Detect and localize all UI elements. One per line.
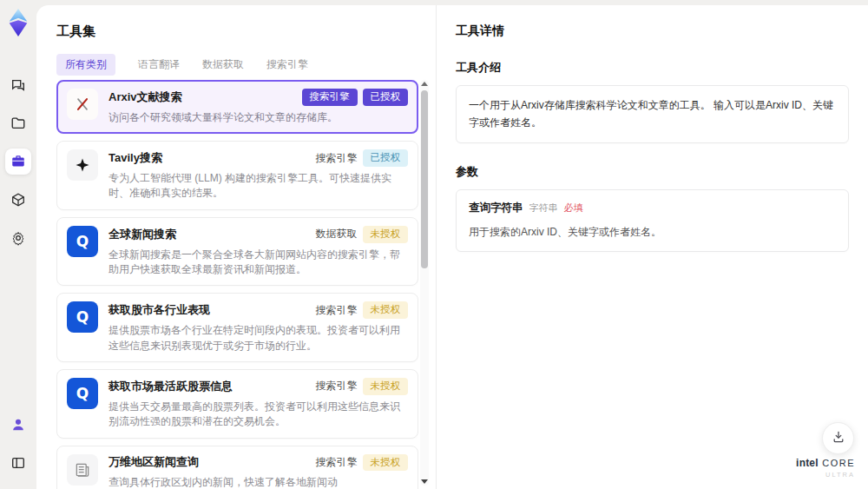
tool-description: 查询具体行政区划内的新闻，快速了解各地新闻动 xyxy=(108,475,408,489)
parameter-header: 查询字符串 字符串 必填 xyxy=(469,201,836,215)
sidebar-collapse-icon xyxy=(10,455,26,471)
sidebar-item-packages[interactable] xyxy=(5,187,31,213)
tool-card[interactable]: 万维地区新闻查询 搜索引擎 未授权 查询具体行政区划内的新闻，快速了解各地新闻动 xyxy=(56,446,418,489)
tool-status-badge: 已授权 xyxy=(363,89,409,106)
tool-card[interactable]: Q 获取股市各行业表现 搜索引擎 未授权 提供股票市场各个行业在特定时间段内的表… xyxy=(56,293,418,362)
parameter-card: 查询字符串 字符串 必填 用于搜索的Arxiv ID、关键字或作者姓名。 xyxy=(456,189,849,252)
tool-description: 提供股票市场各个行业在特定时间段内的表现。投资者可以利用这些信息来识别表现优于或… xyxy=(108,323,408,354)
sidebar-item-tools[interactable] xyxy=(5,149,31,175)
tool-name: Arxiv文献搜索 xyxy=(108,89,182,105)
download-button[interactable] xyxy=(822,422,854,454)
tool-name: 万维地区新闻查询 xyxy=(108,454,199,470)
category-tabs: 所有类别语言翻译数据获取搜索引擎 xyxy=(56,54,436,76)
news-q-icon: Q xyxy=(67,378,98,409)
intel-wordmark: intel xyxy=(796,457,819,469)
gear-icon xyxy=(10,230,26,246)
tool-description-box: 一个用于从Arxiv存储库搜索科学论文和文章的工具。 输入可以是Arxiv ID… xyxy=(456,85,849,143)
tool-category-badge: 搜索引擎 xyxy=(302,89,358,106)
cube-icon xyxy=(10,192,26,208)
intel-core-logo: intel core ultra xyxy=(796,454,855,479)
app-logo[interactable] xyxy=(6,9,30,36)
parameter-name: 查询字符串 xyxy=(469,201,523,215)
scroll-up-arrow[interactable] xyxy=(421,82,428,86)
sidebar xyxy=(0,0,36,489)
user-icon xyxy=(10,417,26,433)
tool-details-panel: 工具详情 工具介绍 一个用于从Arxiv存储库搜索科学论文和文章的工具。 输入可… xyxy=(436,5,868,489)
tool-category-badge: 搜索引擎 xyxy=(316,379,358,393)
folder-icon xyxy=(10,116,26,131)
parameter-type: 字符串 xyxy=(529,202,558,215)
tab-category-1[interactable]: 语言翻译 xyxy=(138,54,180,76)
tool-status-badge: 未授权 xyxy=(363,226,409,243)
sidebar-item-settings[interactable] xyxy=(5,225,31,251)
tool-name: 获取市场最活跃股票信息 xyxy=(108,379,233,394)
newspaper-icon xyxy=(67,454,98,486)
tool-description: 提供当天交易量最高的股票列表。投资者可以利用这些信息来识别流动性强的股票和潜在的… xyxy=(108,400,408,430)
tab-category-3[interactable]: 搜索引擎 xyxy=(266,54,308,76)
scroll-down-arrow[interactable] xyxy=(421,479,428,484)
intel-core-subtext: ultra xyxy=(796,472,855,479)
tool-category-badge: 搜索引擎 xyxy=(316,151,358,166)
user-avatar-icon[interactable] xyxy=(5,412,31,438)
core-wordmark: core xyxy=(822,458,855,468)
news-q-icon: Q xyxy=(67,301,98,333)
tab-category-2[interactable]: 数据获取 xyxy=(202,54,244,76)
tool-card[interactable]: Q 获取市场最活跃股票信息 搜索引擎 未授权 提供当天交易量最高的股票列表。投资… xyxy=(56,369,418,439)
app-root: 工具集 所有类别语言翻译数据获取搜索引擎 Arxiv文献搜索 搜索引擎 已授权 … xyxy=(0,0,868,489)
chat-icon xyxy=(10,77,26,93)
page-title: 工具集 xyxy=(56,23,436,40)
tool-card[interactable]: Arxiv文献搜索 搜索引擎 已授权 访问各个研究领域大量科学论文和文章的存储库… xyxy=(56,80,418,134)
tool-status-badge: 未授权 xyxy=(363,301,409,319)
panel-toggle-icon[interactable] xyxy=(5,450,31,476)
tool-name: 全球新闻搜索 xyxy=(108,227,176,242)
details-title: 工具详情 xyxy=(456,23,849,39)
tool-description: 专为人工智能代理 (LLM) 构建的搜索引擎工具。可快速提供实时、准确和真实的结… xyxy=(108,171,408,202)
news-q-icon: Q xyxy=(67,226,98,257)
parameter-required-badge: 必填 xyxy=(564,202,583,215)
tool-card[interactable]: Tavily搜索 搜索引擎 已授权 专为人工智能代理 (LLM) 构建的搜索引擎… xyxy=(56,141,418,210)
sidebar-item-files[interactable] xyxy=(5,110,31,136)
intro-heading: 工具介绍 xyxy=(456,60,849,76)
parameter-description: 用于搜索的Arxiv ID、关键字或作者姓名。 xyxy=(469,223,836,241)
scrollbar-thumb[interactable] xyxy=(421,90,428,268)
tool-collection-panel: 工具集 所有类别语言翻译数据获取搜索引擎 Arxiv文献搜索 搜索引擎 已授权 … xyxy=(36,5,436,489)
tool-description-text: 一个用于从Arxiv存储库搜索科学论文和文章的工具。 输入可以是Arxiv ID… xyxy=(469,96,836,132)
tool-card[interactable]: Q 全球新闻搜索 数据获取 未授权 全球新闻搜索是一个聚合全球各大新闻网站内容的… xyxy=(56,217,418,287)
arxiv-icon xyxy=(67,89,98,120)
download-icon xyxy=(832,430,845,446)
sparkle-icon xyxy=(67,149,98,181)
tool-list: Arxiv文献搜索 搜索引擎 已授权 访问各个研究领域大量科学论文和文章的存储库… xyxy=(56,80,418,489)
tool-status-badge: 未授权 xyxy=(363,378,409,395)
tool-list-scrollbar[interactable] xyxy=(420,80,429,486)
tool-status-badge: 未授权 xyxy=(363,454,409,472)
tool-category-badge: 搜索引擎 xyxy=(316,303,358,318)
tool-name: Tavily搜索 xyxy=(108,150,162,166)
briefcase-icon xyxy=(10,154,26,169)
main-content: 工具集 所有类别语言翻译数据获取搜索引擎 Arxiv文献搜索 搜索引擎 已授权 … xyxy=(36,5,868,489)
tool-name: 获取股市各行业表现 xyxy=(108,302,210,318)
tool-description: 访问各个研究领域大量科学论文和文章的存储库。 xyxy=(108,110,408,125)
tool-status-badge: 已授权 xyxy=(363,149,409,167)
params-heading: 参数 xyxy=(456,164,849,180)
tool-category-badge: 搜索引擎 xyxy=(316,455,358,470)
sidebar-item-chat[interactable] xyxy=(5,72,31,98)
tool-description: 全球新闻搜索是一个聚合全球各大新闻网站内容的搜索引擎，帮助用户快速获取全球最新资… xyxy=(108,248,408,278)
tool-category-badge: 数据获取 xyxy=(316,227,358,241)
tab-category-0[interactable]: 所有类别 xyxy=(56,54,115,76)
